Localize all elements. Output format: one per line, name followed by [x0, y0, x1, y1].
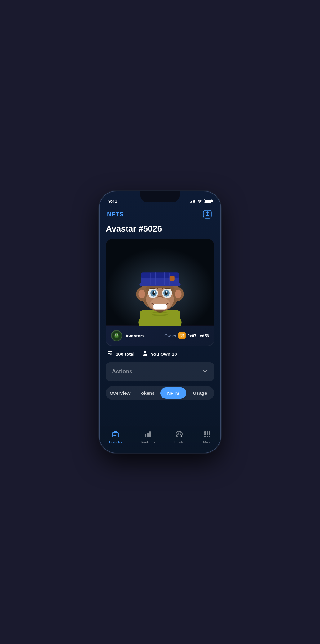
- header-title: NFTS: [107, 211, 124, 218]
- phone-screen: 9:41 NFTS: [100, 191, 220, 453]
- owner-avatar-icon: 🖼: [179, 333, 185, 338]
- share-button[interactable]: [202, 209, 213, 220]
- stats-row: 100 total You Own 10: [106, 346, 214, 362]
- svg-rect-52: [112, 433, 118, 437]
- tab-nfts[interactable]: NFTS: [160, 387, 186, 399]
- main-content: Avastar #5026: [100, 224, 220, 400]
- total-stat: 100 total: [107, 350, 135, 358]
- owned-stat: You Own 10: [142, 350, 177, 358]
- svg-point-58: [178, 432, 180, 434]
- owner-avatar: 🖼: [178, 332, 186, 339]
- svg-rect-67: [207, 436, 208, 437]
- svg-rect-62: [209, 431, 210, 433]
- bottom-nav: Portfolio Rankings: [100, 426, 220, 453]
- svg-rect-63: [204, 433, 206, 435]
- owner-address: 0x87...cd56: [188, 333, 209, 338]
- svg-rect-64: [207, 433, 208, 435]
- tab-tokens[interactable]: Tokens: [134, 387, 160, 399]
- svg-rect-68: [209, 436, 210, 437]
- status-icons: [190, 199, 212, 203]
- svg-rect-53: [113, 434, 117, 434]
- nft-image: [106, 239, 214, 326]
- tab-usage[interactable]: Usage: [187, 387, 213, 399]
- tab-overview[interactable]: Overview: [107, 387, 133, 399]
- svg-rect-56: [147, 433, 149, 437]
- svg-rect-65: [209, 433, 210, 435]
- svg-rect-57: [149, 431, 151, 437]
- svg-point-11: [175, 290, 182, 298]
- profile-icon: [176, 430, 183, 439]
- svg-rect-60: [204, 431, 206, 433]
- signal-bars-icon: [190, 199, 195, 203]
- owner-label: Owner: [164, 333, 176, 338]
- notch: [140, 191, 180, 202]
- nft-title: Avastar #5026: [106, 224, 214, 234]
- total-icon: [107, 350, 113, 358]
- owned-icon: [142, 350, 148, 358]
- nav-rankings[interactable]: Rankings: [137, 429, 159, 445]
- nft-artwork: [106, 239, 214, 326]
- phone-frame: 9:41 NFTS: [100, 191, 220, 453]
- tabs-container: Overview Tokens NFTS Usage: [106, 386, 214, 400]
- owned-stat-text: You Own 10: [151, 351, 177, 357]
- more-icon: [203, 430, 211, 439]
- collection-info: Avastars: [111, 330, 145, 341]
- nav-more-label: More: [203, 440, 211, 444]
- svg-rect-54: [113, 435, 116, 436]
- collection-avatar-icon: [112, 331, 121, 340]
- svg-point-28: [154, 291, 155, 293]
- svg-point-32: [166, 291, 167, 293]
- nav-more[interactable]: More: [199, 429, 215, 445]
- svg-rect-61: [207, 431, 208, 433]
- nav-portfolio-label: Portfolio: [109, 440, 122, 444]
- rankings-icon: [144, 430, 152, 439]
- nav-portfolio[interactable]: Portfolio: [105, 429, 125, 445]
- nft-card: Avastars Owner 🖼 0x87...cd56: [106, 239, 214, 346]
- total-stat-text: 100 total: [116, 351, 135, 357]
- nav-rankings-label: Rankings: [141, 440, 155, 444]
- svg-text:🖼: 🖼: [180, 334, 184, 338]
- actions-label: Actions: [112, 368, 132, 375]
- nft-card-footer: Avastars Owner 🖼 0x87...cd56: [106, 326, 214, 346]
- svg-point-48: [116, 334, 116, 335]
- wifi-icon: [197, 199, 202, 203]
- battery-icon: [204, 199, 212, 203]
- header: NFTS: [100, 206, 220, 224]
- owner-info: Owner 🖼 0x87...cd56: [164, 332, 209, 339]
- chevron-down-icon: [202, 368, 208, 376]
- nav-profile[interactable]: Profile: [171, 429, 188, 445]
- share-icon: [203, 210, 212, 219]
- collection-avatar: [111, 330, 122, 341]
- svg-point-9: [138, 290, 145, 298]
- svg-rect-23: [170, 276, 175, 281]
- collection-name: Avastars: [125, 333, 145, 338]
- status-time: 9:41: [108, 198, 117, 204]
- actions-dropdown[interactable]: Actions: [106, 362, 214, 381]
- svg-rect-66: [204, 436, 206, 437]
- nav-profile-label: Profile: [174, 440, 184, 444]
- svg-rect-55: [145, 434, 146, 437]
- svg-point-49: [118, 334, 118, 335]
- portfolio-icon: [112, 430, 119, 439]
